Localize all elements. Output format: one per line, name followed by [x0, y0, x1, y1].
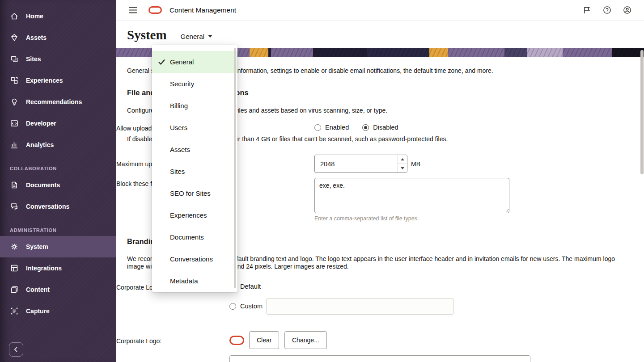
menu-item-sites[interactable]: Sites: [152, 160, 237, 182]
settings-scope-dropdown[interactable]: General: [181, 33, 212, 40]
sidebar-item-content[interactable]: Content: [0, 279, 116, 300]
document-icon: [10, 181, 19, 189]
sites-icon: [10, 55, 19, 63]
sidebar-item-label: Conversations: [26, 203, 69, 210]
menu-item-label: SEO for Sites: [170, 189, 211, 197]
menu-item-label: Conversations: [170, 255, 213, 263]
sidebar-item-label: Content: [26, 286, 50, 293]
sidebar-section-collaboration: COLLABORATION: [0, 163, 116, 174]
menu-item-assets[interactable]: Assets: [152, 139, 237, 160]
sidebar-item-assets[interactable]: Assets: [0, 27, 116, 48]
flag-icon[interactable]: [583, 6, 591, 14]
sidebar-item-label: System: [26, 243, 48, 250]
menu-item-security[interactable]: Security: [152, 73, 237, 95]
block-types-textarea[interactable]: exe, exe.: [314, 178, 509, 213]
menu-item-label: General: [170, 58, 194, 66]
sidebar-item-label: Sites: [26, 55, 41, 63]
menu-item-metadata[interactable]: Metadata: [152, 270, 237, 292]
menu-item-seo-for-sites[interactable]: SEO for Sites: [152, 182, 237, 204]
chat-icon: [10, 202, 19, 211]
sidebar-item-experiences[interactable]: Experiences: [0, 70, 116, 91]
spinner-up-button[interactable]: [398, 155, 407, 164]
menu-scrollbar[interactable]: [234, 48, 236, 288]
sidebar-collapse-button[interactable]: [9, 342, 23, 357]
sidebar-item-documents[interactable]: Documents: [0, 174, 116, 196]
sidebar-item-label: Integrations: [26, 265, 62, 272]
gear-icon: [10, 242, 19, 251]
sidebar-item-label: Experiences: [26, 77, 63, 84]
top-bar: Content Management: [116, 0, 644, 21]
page-title: System: [127, 28, 167, 42]
sidebar-item-label: Developer: [26, 120, 56, 127]
sidebar: Home Assets Sites Experiences: [0, 0, 116, 362]
radio-enabled-control[interactable]: [314, 124, 321, 131]
sidebar-item-home[interactable]: Home: [0, 5, 116, 27]
experiences-icon: [10, 76, 19, 85]
sidebar-section-administration: ADMINISTRATION: [0, 224, 116, 236]
assets-icon: [10, 33, 19, 42]
menu-item-label: Security: [170, 80, 194, 88]
code-icon: [10, 119, 19, 128]
max-size-input[interactable]: [315, 155, 398, 173]
sidebar-item-recommendations[interactable]: Recommendations: [0, 91, 116, 113]
radio-custom-control[interactable]: [229, 303, 236, 310]
sidebar-item-system[interactable]: System: [0, 236, 116, 257]
chevron-left-icon: [14, 347, 18, 352]
page-header: System General: [116, 21, 644, 48]
page-scrollbar[interactable]: [640, 50, 644, 174]
sidebar-nav: Home Assets Sites Experiences: [0, 0, 116, 322]
sidebar-item-label: Documents: [26, 181, 60, 189]
menu-item-label: Users: [170, 124, 187, 131]
menu-item-general[interactable]: General: [152, 51, 237, 73]
corporate-logo-image: [229, 336, 244, 345]
sidebar-item-integrations[interactable]: Integrations: [0, 257, 116, 279]
block-types-hint: Enter a comma-separated list of file typ…: [314, 215, 419, 222]
virus-scan-radio-group: Enabled Disabled: [314, 124, 398, 131]
app-title: Content Management: [169, 6, 236, 14]
menu-item-conversations[interactable]: Conversations: [152, 248, 237, 270]
sidebar-item-developer[interactable]: Developer: [0, 113, 116, 134]
custom-logo-text-input[interactable]: [266, 298, 454, 315]
radio-enabled-label: Enabled: [325, 124, 349, 131]
radio-disabled-label: Disabled: [373, 124, 398, 131]
change-logo-button[interactable]: Change...: [284, 331, 327, 349]
radio-disabled[interactable]: Disabled: [362, 124, 398, 131]
capture-icon: [10, 307, 19, 316]
sidebar-item-sites[interactable]: Sites: [0, 48, 116, 70]
menu-item-users[interactable]: Users: [152, 117, 237, 139]
menu-item-documents[interactable]: Documents: [152, 226, 237, 248]
radio-disabled-control[interactable]: [362, 124, 369, 131]
menu-item-label: Billing: [170, 102, 188, 109]
clear-logo-button[interactable]: Clear: [249, 331, 279, 349]
oracle-logo: [148, 6, 162, 14]
menu-item-experiences[interactable]: Experiences: [152, 204, 237, 226]
sidebar-item-label: Recommendations: [26, 98, 82, 105]
help-icon[interactable]: [603, 6, 611, 14]
sidebar-item-label: Assets: [26, 34, 47, 41]
settings-scope-value: General: [181, 33, 204, 40]
logo-preview-box: [229, 355, 530, 362]
sidebar-item-conversations[interactable]: Conversations: [0, 196, 116, 217]
user-account-icon[interactable]: [623, 6, 631, 14]
app-window: Home Assets Sites Experiences: [0, 0, 644, 362]
content-icon: [10, 285, 19, 294]
max-size-unit: MB: [411, 160, 420, 168]
menu-item-label: Sites: [170, 168, 185, 175]
spinner-down-button[interactable]: [398, 164, 407, 173]
integrations-icon: [10, 264, 19, 273]
bar-chart-icon: [10, 140, 19, 149]
sidebar-item-label: Capture: [26, 307, 50, 315]
sidebar-item-capture[interactable]: Capture: [0, 300, 116, 322]
sidebar-item-analytics[interactable]: Analytics: [0, 134, 116, 156]
sidebar-item-label: Home: [26, 13, 43, 20]
max-size-spinner: [314, 155, 407, 173]
radio-enabled[interactable]: Enabled: [314, 124, 349, 131]
radio-custom[interactable]: Custom: [229, 303, 263, 310]
menu-item-billing[interactable]: Billing: [152, 95, 237, 117]
topbar-actions: [583, 6, 631, 14]
menu-item-label: Metadata: [170, 277, 198, 285]
hamburger-menu-icon[interactable]: [129, 7, 137, 13]
triangle-down-icon: [401, 167, 404, 169]
spinner-controls: [398, 155, 407, 173]
menu-item-label: Experiences: [170, 211, 207, 219]
